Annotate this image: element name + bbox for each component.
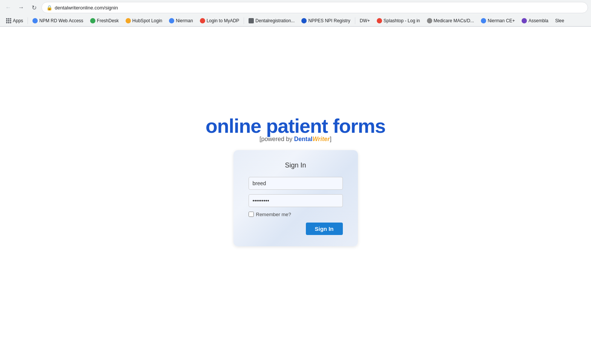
dw-label: DW+: [360, 18, 370, 23]
bookmarks-divider-2: [244, 17, 244, 24]
writer-text: Writer: [313, 136, 330, 142]
nppes-favicon: [301, 18, 307, 23]
powered-by-suffix: ]: [330, 136, 331, 142]
signin-card: Sign In Remember me? Sign In: [233, 150, 358, 246]
dentalreg-label: Dentalregistration...: [255, 18, 295, 23]
bookmark-freshdesk[interactable]: FreshDesk: [87, 17, 122, 25]
back-button[interactable]: ←: [3, 2, 14, 13]
hubspot-favicon: [126, 18, 131, 23]
bookmark-assembla[interactable]: Assembla: [519, 17, 551, 25]
username-group: [249, 177, 343, 190]
page-content: online patient forms [powered by DentalW…: [0, 27, 591, 364]
powered-by-prefix: [powered by: [259, 136, 294, 142]
bookmark-nierman-ce[interactable]: Nierman CE+: [478, 17, 518, 25]
forward-button[interactable]: →: [16, 2, 26, 13]
myadp-label: Login to MyADP: [207, 18, 239, 23]
assembla-label: Assembla: [528, 18, 548, 23]
bookmarks-divider-3: [355, 17, 355, 24]
slee-label: Slee: [555, 18, 564, 23]
nppes-label: NPPES NPI Registry: [308, 18, 350, 23]
browser-toolbar: ← → ↻ 🔒 dentalwriteronline.com/signin: [0, 0, 591, 15]
apps-label: Apps: [13, 18, 23, 23]
npm-favicon: [32, 18, 38, 23]
splashtop-label: Splashtop - Log in: [384, 18, 420, 23]
browser-chrome: ← → ↻ 🔒 dentalwriteronline.com/signin Ap…: [0, 0, 591, 27]
nierman-label: Nierman: [176, 18, 193, 23]
form-actions: Sign In: [249, 223, 343, 235]
myadp-favicon: [200, 18, 205, 23]
signin-title: Sign In: [249, 161, 343, 169]
remember-row: Remember me?: [249, 212, 343, 217]
apps-grid-icon: [6, 18, 11, 23]
signin-button[interactable]: Sign In: [306, 223, 343, 235]
medicare-label: Medicare MACs/D...: [434, 18, 474, 23]
bookmark-splashtop[interactable]: Splashtop - Log in: [374, 17, 423, 25]
bookmark-nierman[interactable]: Nierman: [166, 17, 196, 25]
bookmark-myadp[interactable]: Login to MyADP: [197, 17, 243, 25]
nierman-ce-label: Nierman CE+: [488, 18, 515, 23]
bookmark-hubspot[interactable]: HubSpot Login: [123, 17, 165, 25]
reload-button[interactable]: ↻: [29, 2, 39, 13]
bookmarks-bar: Apps NPM RD Web Access FreshDesk HubSpot…: [0, 15, 591, 26]
dentalreg-favicon: [249, 18, 254, 23]
logo-main-text: online patient forms: [206, 115, 385, 137]
remember-label: Remember me?: [256, 212, 291, 217]
bookmark-dentalreg[interactable]: Dentalregistration...: [246, 17, 298, 25]
bookmarks-divider: [28, 17, 28, 24]
nierman-favicon: [169, 18, 174, 23]
address-text: dentalwriteronline.com/signin: [55, 5, 118, 11]
address-bar[interactable]: 🔒 dentalwriteronline.com/signin: [41, 2, 588, 13]
apps-bookmark[interactable]: Apps: [3, 17, 26, 25]
remember-checkbox[interactable]: [249, 212, 254, 217]
hubspot-label: HubSpot Login: [132, 18, 162, 23]
logo-section: online patient forms [powered by DentalW…: [206, 115, 385, 143]
bookmark-slee[interactable]: Slee: [552, 17, 567, 25]
nierman-ce-favicon: [481, 18, 486, 23]
password-input[interactable]: [249, 194, 343, 207]
bookmark-medicare[interactable]: Medicare MACs/D...: [424, 17, 477, 25]
bookmark-dw[interactable]: DW+: [357, 17, 373, 25]
splashtop-favicon: [377, 18, 382, 23]
password-group: [249, 194, 343, 207]
bookmark-npm[interactable]: NPM RD Web Access: [29, 17, 86, 25]
dental-text: Dental: [294, 136, 313, 142]
bookmark-nppes[interactable]: NPPES NPI Registry: [298, 17, 353, 25]
lock-icon: 🔒: [46, 5, 52, 11]
assembla-favicon: [522, 18, 527, 23]
freshdesk-favicon: [90, 18, 95, 23]
freshdesk-label: FreshDesk: [97, 18, 119, 23]
npm-label: NPM RD Web Access: [39, 18, 83, 23]
username-input[interactable]: [249, 177, 343, 190]
medicare-favicon: [427, 18, 432, 23]
